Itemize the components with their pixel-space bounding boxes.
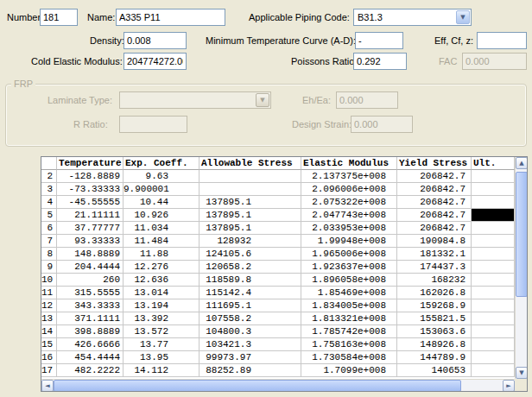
data-cell[interactable]	[472, 248, 515, 261]
data-cell[interactable]: -45.55555	[57, 196, 124, 209]
data-cell[interactable]	[472, 338, 515, 351]
scroll-up-arrow-icon[interactable]: ▲	[516, 157, 528, 169]
row-number-cell[interactable]: 12	[41, 299, 57, 312]
data-cell[interactable]: 88252.89	[200, 364, 301, 377]
row-number-cell[interactable]: 6	[41, 222, 57, 235]
data-cell[interactable]: 37.77777	[57, 222, 124, 235]
vertical-scrollbar[interactable]: ▲ ▼	[515, 157, 527, 379]
number-input[interactable]	[40, 9, 78, 26]
data-cell[interactable]	[472, 209, 515, 222]
data-cell[interactable]: 14.112	[124, 364, 200, 377]
data-cell[interactable]: 1.834005e+008	[301, 299, 397, 312]
name-input[interactable]	[116, 9, 225, 26]
data-cell[interactable]: 140653	[397, 364, 472, 377]
data-cell[interactable]: 148.8889	[57, 248, 124, 261]
data-cell[interactable]	[472, 364, 515, 377]
data-cell[interactable]: 190984.8	[397, 235, 472, 248]
density-input[interactable]	[124, 32, 187, 49]
data-cell[interactable]	[472, 312, 515, 325]
data-cell[interactable]: 162026.8	[397, 287, 472, 299]
data-cell[interactable]: 137895.1	[200, 209, 301, 222]
data-cell[interactable]: 10.926	[124, 209, 200, 222]
data-cell[interactable]: 104800.3	[200, 325, 301, 338]
row-number-cell[interactable]: 11	[41, 287, 57, 299]
data-cell[interactable]	[200, 183, 301, 196]
data-cell[interactable]: 144789.9	[397, 351, 472, 364]
data-cell[interactable]: 2.096006e+008	[301, 183, 397, 196]
data-cell[interactable]: 2.033953e+008	[301, 222, 397, 235]
data-cell[interactable]: 9.63	[124, 170, 200, 183]
data-cell[interactable]: 1.730584e+008	[301, 351, 397, 364]
poissons-ratio-input[interactable]	[353, 53, 407, 70]
data-cell[interactable]: 206842.7	[397, 209, 472, 222]
data-cell[interactable]: 1.785742e+008	[301, 325, 397, 338]
data-cell[interactable]: 12.636	[124, 274, 200, 287]
data-cell[interactable]: 120658.2	[200, 261, 301, 274]
row-number-cell[interactable]: 4	[41, 196, 57, 209]
data-cell[interactable]: 124105.6	[200, 248, 301, 261]
vertical-scroll-thumb[interactable]	[516, 172, 528, 297]
scroll-right-arrow-icon[interactable]: ►	[503, 380, 515, 392]
horizontal-scrollbar[interactable]: ◄ ►	[41, 379, 515, 391]
data-cell[interactable]: 1.965006e+008	[301, 248, 397, 261]
data-cell[interactable]: 2.075322e+008	[301, 196, 397, 209]
row-number-cell[interactable]: 13	[41, 312, 57, 325]
data-cell[interactable]: 482.2222	[57, 364, 124, 377]
data-cell[interactable]: 137895.1	[200, 196, 301, 209]
data-cell[interactable]	[472, 235, 515, 248]
horizontal-scroll-thumb[interactable]	[54, 380, 461, 392]
chevron-down-icon[interactable]: ▼	[456, 10, 470, 24]
row-number-cell[interactable]: 8	[41, 248, 57, 261]
data-cell[interactable]	[200, 170, 301, 183]
data-cell[interactable]: 260	[57, 274, 124, 287]
data-cell[interactable]: 206842.7	[397, 170, 472, 183]
data-cell[interactable]: 315.5555	[57, 287, 124, 299]
row-number-cell[interactable]: 9	[41, 261, 57, 274]
data-cell[interactable]: 118589.8	[200, 274, 301, 287]
data-cell[interactable]: 13.572	[124, 325, 200, 338]
data-cell[interactable]: 206842.7	[397, 222, 472, 235]
data-cell[interactable]: -73.33333	[57, 183, 124, 196]
data-cell[interactable]	[472, 183, 515, 196]
data-cell[interactable]: 168232	[397, 274, 472, 287]
data-cell[interactable]: 107558.2	[200, 312, 301, 325]
data-cell[interactable]: 13.95	[124, 351, 200, 364]
row-number-cell[interactable]: 14	[41, 325, 57, 338]
data-cell[interactable]: 153063.6	[397, 325, 472, 338]
data-cell[interactable]: 1.7099e+008	[301, 364, 397, 377]
data-cell[interactable]: 343.3333	[57, 299, 124, 312]
data-cell[interactable]: 99973.97	[200, 351, 301, 364]
data-cell[interactable]: 10.44	[124, 196, 200, 209]
data-cell[interactable]: 11.484	[124, 235, 200, 248]
eff-cf-z-input[interactable]	[477, 32, 527, 49]
data-cell[interactable]: 174437.3	[397, 261, 472, 274]
data-cell[interactable]	[472, 325, 515, 338]
cold-elastic-modulus-input[interactable]	[124, 53, 187, 70]
data-cell[interactable]: 12.276	[124, 261, 200, 274]
data-cell[interactable]: 115142.4	[200, 287, 301, 299]
data-cell[interactable]: 1.813321e+008	[301, 312, 397, 325]
data-cell[interactable]: 1.758163e+008	[301, 338, 397, 351]
scroll-down-arrow-icon[interactable]: ▼	[516, 367, 528, 379]
data-cell[interactable]: 93.33333	[57, 235, 124, 248]
row-number-cell[interactable]: 7	[41, 235, 57, 248]
data-cell[interactable]	[472, 196, 515, 209]
data-cell[interactable]: 1.896058e+008	[301, 274, 397, 287]
data-cell[interactable]: 159268.9	[397, 299, 472, 312]
data-cell[interactable]: 206842.7	[397, 196, 472, 209]
scroll-left-arrow-icon[interactable]: ◄	[41, 380, 54, 392]
data-cell[interactable]: 13.392	[124, 312, 200, 325]
data-cell[interactable]	[472, 274, 515, 287]
data-cell[interactable]: 21.11111	[57, 209, 124, 222]
data-cell[interactable]: 2.047743e+008	[301, 209, 397, 222]
row-number-cell[interactable]: 17	[41, 364, 57, 377]
data-cell[interactable]: 148926.8	[397, 338, 472, 351]
data-cell[interactable]: 1.85469e+008	[301, 287, 397, 299]
data-cell[interactable]	[472, 351, 515, 364]
row-number-cell[interactable]: 3	[41, 183, 57, 196]
data-cell[interactable]	[472, 222, 515, 235]
data-cell[interactable]	[472, 261, 515, 274]
data-cell[interactable]: 204.4444	[57, 261, 124, 274]
data-cell[interactable]: 1.923637e+008	[301, 261, 397, 274]
row-number-cell[interactable]: 15	[41, 338, 57, 351]
